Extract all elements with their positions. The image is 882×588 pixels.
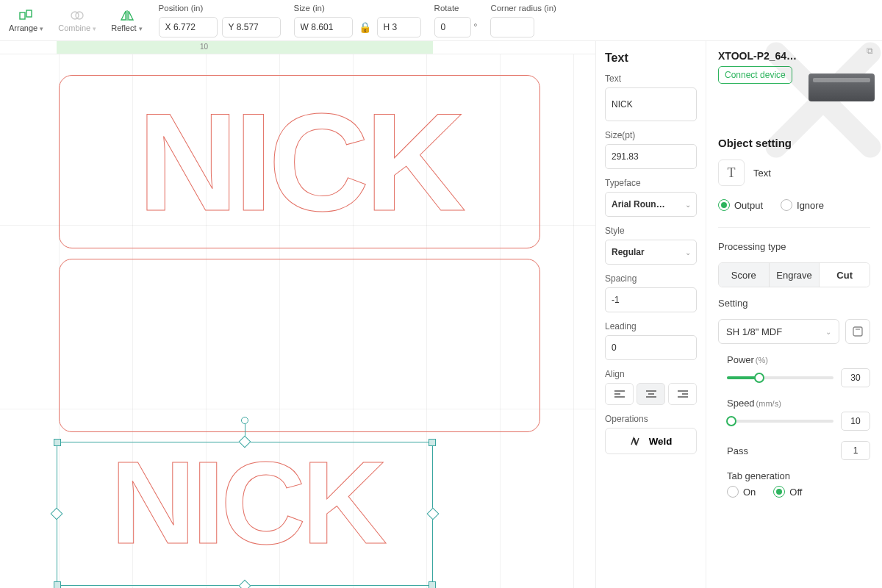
- handle-mb[interactable]: [239, 580, 251, 588]
- object-setting-title: Object setting: [718, 137, 870, 149]
- combine-label: Combine: [58, 24, 90, 32]
- pos-x-input[interactable]: [159, 17, 218, 37]
- ignore-radio[interactable]: Ignore: [781, 199, 824, 211]
- device-image: [808, 74, 875, 101]
- svg-rect-1: [26, 10, 32, 17]
- engrave-button[interactable]: Engrave: [769, 263, 820, 287]
- style-field: Style Regular ⌄: [605, 226, 697, 265]
- handle-bl[interactable]: [54, 581, 61, 588]
- pass-value[interactable]: 1: [841, 441, 870, 460]
- power-value[interactable]: 30: [841, 368, 870, 387]
- ruler-top: 10: [0, 41, 595, 54]
- radio-on-icon: [773, 486, 785, 498]
- svg-rect-0: [20, 12, 25, 19]
- spacing-field: Spacing: [605, 273, 697, 312]
- style-label: Style: [605, 226, 697, 236]
- corner-label: Corner radius (in): [490, 4, 556, 12]
- radio-off-icon: [727, 486, 739, 498]
- arrange-icon: [19, 9, 34, 22]
- align-field: Align: [605, 369, 697, 405]
- device-name: XTOOL-P2_64…: [718, 50, 870, 62]
- save-icon: [852, 326, 864, 337]
- align-right-button[interactable]: [668, 383, 697, 405]
- selection-box[interactable]: [57, 442, 433, 586]
- engrave-label: Engrave: [776, 270, 811, 281]
- object-type-row: T Text: [718, 159, 870, 186]
- power-slider[interactable]: [727, 376, 833, 379]
- reflect-button[interactable]: Reflect ▾: [108, 7, 145, 35]
- size-h-input[interactable]: [377, 17, 421, 37]
- spacing-label: Spacing: [605, 273, 697, 284]
- leading-input[interactable]: [605, 335, 697, 360]
- speed-value[interactable]: 10: [841, 412, 870, 431]
- size-pt-input[interactable]: [605, 144, 697, 169]
- weld-icon: [630, 436, 643, 446]
- output-ignore-row: Output Ignore: [718, 199, 870, 211]
- text-panel: Text Text Size(pt) Typeface Arial Roun… …: [595, 41, 706, 588]
- rotate-handle[interactable]: [241, 417, 248, 424]
- tab-on-label: On: [743, 487, 756, 498]
- rotate-label: Rotate: [434, 4, 478, 12]
- output-label: Output: [734, 200, 763, 211]
- power-unit: (%): [756, 356, 768, 365]
- lock-icon[interactable]: 🔒: [359, 21, 371, 33]
- size-w-input[interactable]: [294, 17, 353, 37]
- typeface-select[interactable]: Arial Roun…: [605, 192, 697, 217]
- tab-off-radio[interactable]: Off: [773, 486, 802, 498]
- tab-off-label: Off: [789, 487, 802, 498]
- typeface-label: Typeface: [605, 178, 697, 188]
- align-center-icon: [645, 390, 657, 398]
- handle-tl[interactable]: [54, 439, 61, 446]
- align-center-button[interactable]: [637, 383, 665, 405]
- material-select[interactable]: SH 1/8" MDF ⌄: [718, 319, 839, 344]
- power-block: Power(%) 30: [727, 354, 870, 387]
- output-radio[interactable]: Output: [718, 199, 763, 211]
- shape-rect-1[interactable]: NICK: [59, 75, 540, 248]
- pass-label: Pass: [727, 445, 748, 456]
- speed-knob[interactable]: [726, 416, 736, 426]
- right-panel: ⧉ XTOOL-P2_64… Connect device Object set…: [706, 41, 882, 588]
- corner-input[interactable]: [490, 17, 534, 37]
- text-object-icon[interactable]: T: [718, 159, 745, 186]
- tab-on-radio[interactable]: On: [727, 486, 756, 498]
- pos-y-input[interactable]: [222, 17, 281, 37]
- handle-br[interactable]: [429, 581, 436, 588]
- handle-tr[interactable]: [429, 439, 436, 446]
- degree-label: °: [474, 22, 478, 32]
- rotate-group: Rotate °: [434, 4, 478, 37]
- size-field: Size(pt): [605, 130, 697, 169]
- cut-button[interactable]: Cut: [819, 263, 870, 287]
- text-nick-large: NICK: [60, 76, 539, 232]
- radio-off-icon: [781, 199, 792, 211]
- typeface-field: Typeface Arial Roun… ⌄: [605, 178, 697, 217]
- ruler-selection-range: [57, 41, 433, 54]
- tab-gen-label: Tab generation: [727, 470, 790, 481]
- style-select[interactable]: Regular: [605, 240, 697, 265]
- reflect-icon: [119, 9, 134, 22]
- text-input[interactable]: [605, 87, 697, 121]
- power-knob[interactable]: [754, 373, 764, 383]
- style-value: Regular: [612, 247, 645, 257]
- align-left-button[interactable]: [605, 383, 634, 405]
- setting-label: Setting: [718, 298, 870, 309]
- canvas[interactable]: 10 NICK NICK: [0, 41, 595, 588]
- chevron-down-icon: ▾: [139, 25, 143, 32]
- object-type-label: Text: [753, 168, 771, 179]
- main-area: 10 NICK NICK Text Text: [0, 41, 882, 588]
- rotate-input[interactable]: [434, 17, 471, 37]
- score-button[interactable]: Score: [719, 263, 769, 287]
- material-save-button[interactable]: [845, 319, 870, 344]
- speed-slider[interactable]: [727, 420, 833, 423]
- size-pt-label: Size(pt): [605, 130, 697, 140]
- panel-icon[interactable]: ⧉: [867, 46, 873, 56]
- shape-rect-2[interactable]: [59, 259, 540, 432]
- arrange-button[interactable]: Arrange ▾: [6, 7, 46, 35]
- connect-device-button[interactable]: Connect device: [718, 66, 792, 84]
- spacing-input[interactable]: [605, 287, 697, 312]
- pass-row: Pass 1: [727, 441, 870, 460]
- device-header: XTOOL-P2_64… Connect device: [718, 50, 870, 84]
- power-label: Power: [727, 354, 754, 365]
- text-field: Text: [605, 74, 697, 121]
- weld-button[interactable]: Weld: [605, 428, 697, 454]
- top-toolbar: Arrange ▾ Combine ▾ Reflect ▾ Position (…: [0, 0, 882, 41]
